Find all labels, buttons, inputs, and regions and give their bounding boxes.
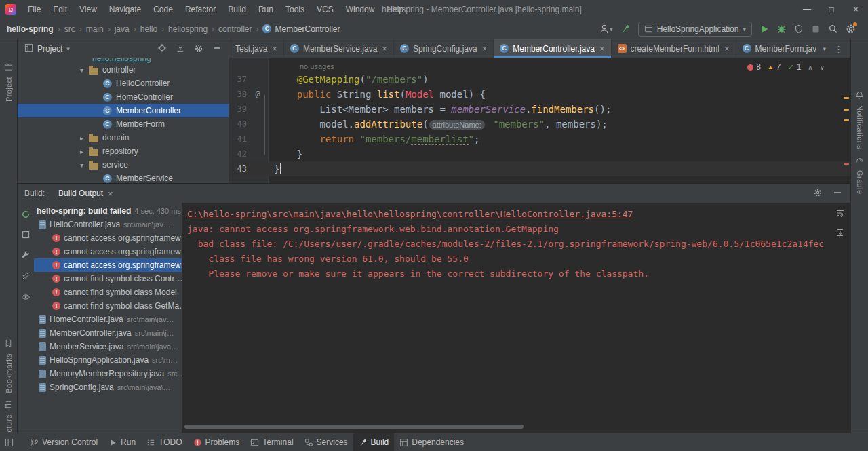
project-item-domain[interactable]: ▸domain (18, 131, 229, 144)
maximize-button[interactable]: □ (819, 0, 844, 19)
menu-view[interactable]: View (73, 0, 103, 19)
tool-stripe-notifications[interactable]: Notifications (851, 91, 868, 149)
menu-vcs[interactable]: VCS (311, 0, 340, 19)
build-tree-item[interactable]: !cannot find symbol class GetMa… (34, 299, 182, 313)
next-issue-chevron-icon[interactable]: ∨ (820, 64, 825, 71)
breadcrumb-controller[interactable]: controller (218, 24, 252, 34)
close-icon[interactable]: × (108, 189, 113, 199)
breadcrumb-main[interactable]: main (86, 24, 104, 34)
project-item-controller[interactable]: ▾controller (18, 63, 229, 77)
build-tree-item[interactable]: !cannot access org.springframew… (34, 231, 182, 245)
editor-tab-test-java[interactable]: Test.java× (229, 39, 284, 58)
code-line-40[interactable]: 40 model.addAttribute(attributeName: "me… (229, 117, 850, 132)
statusbar-version-control[interactable]: Version Control (24, 433, 103, 451)
close-button[interactable]: × (844, 0, 868, 19)
build-tree-item[interactable]: MemberService.javasrc\main\java… (34, 340, 182, 353)
project-item-service[interactable]: ▾service (18, 158, 229, 172)
code-line-37[interactable]: 37 @GetMapping("/members") (229, 72, 850, 87)
debug-button[interactable] (776, 24, 787, 34)
horizontal-scrollbar[interactable] (184, 425, 524, 429)
editor-tab-memberservice-java[interactable]: CMemberService.java× (284, 39, 394, 58)
filter-wrench-icon[interactable] (21, 250, 31, 262)
code-line-38[interactable]: 38@ public String list(Model model) { (229, 87, 850, 102)
build-console[interactable]: C:\hello-spring\src\main\java\hello\hell… (182, 203, 850, 433)
close-icon[interactable]: × (599, 43, 605, 54)
warning-stripe-mark[interactable] (844, 119, 849, 121)
menu-code[interactable]: Code (147, 0, 179, 19)
search-everywhere-icon[interactable] (828, 24, 838, 34)
chevron-down-icon[interactable]: ▾ (80, 161, 89, 169)
tool-window-switcher-icon[interactable] (5, 438, 14, 447)
menu-window[interactable]: Window (340, 0, 381, 19)
panel-settings-gear-icon[interactable] (194, 43, 203, 55)
warning-stripe-mark[interactable] (844, 97, 849, 99)
chevron-down-icon[interactable]: ▾ (80, 66, 89, 74)
build-output-tab[interactable]: Build Output × (56, 184, 116, 203)
ok-count-indicator[interactable]: ✓ 1 (787, 62, 801, 72)
stop-build-icon[interactable] (22, 231, 30, 241)
project-item-memberform[interactable]: CMemberForm (18, 117, 229, 131)
statusbar-terminal[interactable]: Terminal (245, 433, 298, 451)
project-item-repository[interactable]: ▸repository (18, 144, 229, 158)
build-tree-item[interactable]: HelloController.javasrc\main\jav… (34, 218, 182, 231)
close-icon[interactable]: × (382, 43, 387, 54)
editor-tab-creatememberform-html[interactable]: <>createMemberForm.html× (612, 39, 736, 58)
chevron-right-icon[interactable]: ▸ (80, 148, 89, 155)
tool-stripe-gradle[interactable]: Gradle (851, 156, 868, 194)
line-number[interactable]: 42 (229, 146, 247, 161)
breadcrumb-hello[interactable]: hello (140, 24, 157, 34)
code-editor[interactable]: no usages 37 @GetMapping("/members")38@ … (229, 58, 850, 183)
close-icon[interactable]: × (482, 43, 488, 54)
build-tree-item[interactable]: MemberController.javasrc\main\j… (34, 326, 182, 340)
line-number[interactable]: 37 (229, 72, 247, 87)
warning-count-indicator[interactable]: ▲ 7 (768, 62, 781, 72)
tool-stripe-bookmarks[interactable]: Bookmarks (0, 339, 17, 393)
rerun-build-icon[interactable] (21, 210, 31, 221)
run-button[interactable] (760, 24, 769, 34)
error-stripe-mark[interactable] (844, 163, 849, 165)
more-options-icon[interactable]: ⋮ (834, 44, 844, 54)
menu-file[interactable]: File (22, 0, 47, 19)
menu-navigate[interactable]: Navigate (103, 0, 147, 19)
code-line-39[interactable]: 39 List<Member> members = memberService.… (229, 102, 850, 117)
build-tree-item[interactable]: MemoryMemberRepository.javasrc… (34, 367, 182, 380)
build-tree-item[interactable]: hello-spring: build failed4 sec, 430 ms (34, 204, 182, 218)
line-number[interactable]: 41 (229, 132, 247, 146)
chevron-right-icon[interactable]: ▸ (80, 134, 89, 142)
project-item-memberservice[interactable]: CMemberService (18, 172, 229, 183)
breadcrumb-src[interactable]: src (64, 24, 75, 34)
menu-edit[interactable]: Edit (47, 0, 73, 19)
build-settings-gear-icon[interactable] (813, 188, 823, 199)
project-panel-title[interactable]: Project (37, 44, 62, 54)
build-tree-item[interactable]: !cannot access org.springframew… (34, 245, 182, 258)
user-avatar-icon[interactable]: ▾ (599, 24, 613, 35)
console-file-link[interactable]: C:\hello-spring\src\main\java\hello\hell… (187, 207, 850, 222)
line-number[interactable]: 38 (229, 87, 247, 102)
build-tree-item[interactable]: HomeController.javasrc\main\jav… (34, 313, 182, 326)
editor-tab-springconfig-java[interactable]: CSpringConfig.java× (394, 39, 494, 58)
editor-tab-memberform-java[interactable]: CMemberForm.java (736, 39, 828, 58)
line-number[interactable]: 43 (229, 161, 247, 176)
tool-stripe-project[interactable]: Project (0, 62, 17, 102)
statusbar-run[interactable]: Run (103, 433, 141, 451)
breadcrumb-membercontroller[interactable]: CMemberController (262, 24, 340, 34)
menu-refactor[interactable]: Refactor (179, 0, 222, 19)
statusbar-build[interactable]: Build (353, 433, 395, 451)
previous-issue-chevron-icon[interactable]: ∧ (808, 64, 812, 71)
run-configuration-select[interactable]: HelloSpringApplication ▾ (638, 22, 752, 37)
build-tree-item[interactable]: SpringConfig.javasrc\main\java\… (34, 380, 182, 394)
hidden-tabs-chevron-icon[interactable]: ▾ (823, 45, 826, 52)
statusbar-todo[interactable]: TODO (141, 433, 187, 451)
inspect-eye-icon[interactable] (21, 292, 31, 304)
menu-tools[interactable]: Tools (279, 0, 311, 19)
project-item-homecontroller[interactable]: CHomeController (18, 90, 229, 104)
build-tree-item[interactable]: !cannot find symbol class Contr… (34, 272, 182, 286)
close-icon[interactable]: × (724, 43, 730, 54)
code-line-43[interactable]: 43} (229, 161, 850, 176)
project-item-membercontroller[interactable]: CMemberController (18, 104, 229, 117)
build-tree-item[interactable]: HelloSpringApplication.javasrc\m… (34, 353, 182, 367)
breadcrumb-hellospring[interactable]: hellospring (168, 24, 208, 34)
breadcrumb-hello-spring[interactable]: hello-spring (7, 24, 54, 34)
error-count-indicator[interactable]: 8 (747, 62, 761, 72)
menu-run[interactable]: Run (252, 0, 279, 19)
